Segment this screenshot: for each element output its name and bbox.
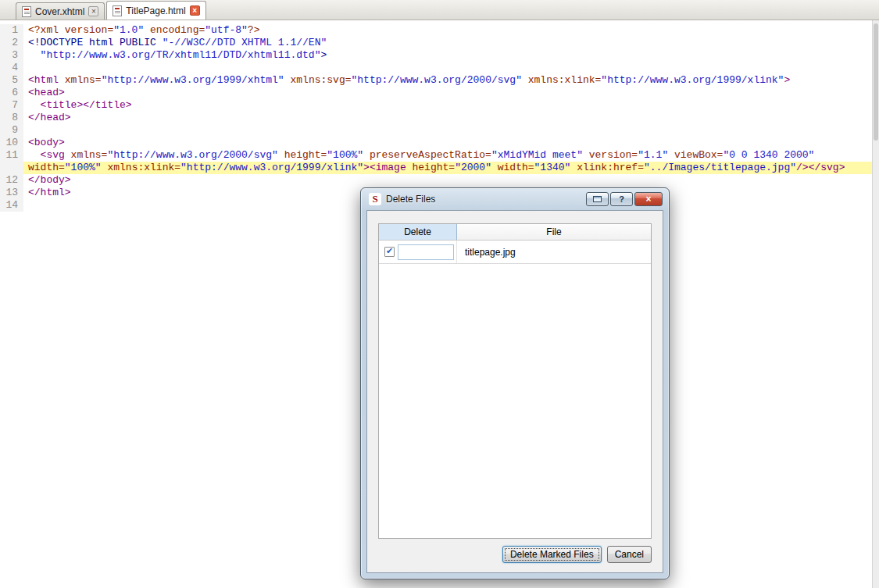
- close-tab-icon[interactable]: ×: [190, 5, 200, 16]
- tab-cover-xhtml[interactable]: Cover.xhtml ×: [16, 2, 105, 20]
- close-tab-icon[interactable]: ×: [88, 6, 98, 16]
- delete-marked-files-button[interactable]: Delete Marked Files: [502, 546, 602, 563]
- html-document-icon: [22, 6, 31, 17]
- code-line[interactable]: 5<html xmlns="http://www.w3.org/1999/xht…: [0, 74, 872, 87]
- code-line[interactable]: 2<!DOCTYPE html PUBLIC "-//W3C//DTD XHTM…: [0, 37, 872, 49]
- line-number: 10: [0, 137, 23, 149]
- column-header-delete[interactable]: Delete: [379, 224, 457, 240]
- line-number: 13: [0, 187, 23, 199]
- code-line[interactable]: 8</head>: [0, 112, 872, 124]
- code-line[interactable]: 1<?xml version="1.0" encoding="utf-8"?>: [0, 24, 872, 37]
- checkmark-icon: ✔: [386, 247, 393, 255]
- line-number: 14: [0, 199, 23, 212]
- line-number: [0, 162, 23, 174]
- html-document-icon: [113, 5, 122, 16]
- column-header-file[interactable]: File: [457, 224, 651, 240]
- code-line[interactable]: 4: [0, 62, 872, 74]
- code-line[interactable]: 9: [0, 124, 872, 137]
- line-number: 8: [0, 112, 23, 124]
- line-number: 7: [0, 99, 23, 112]
- dialog-body: Delete File ✔ titlepage.jpg Delete Marke…: [366, 210, 663, 573]
- tab-label: Cover.xhtml: [35, 6, 84, 17]
- tab-label: TitlePage.html: [126, 5, 185, 16]
- delete-cell: ✔: [379, 241, 457, 263]
- code-line[interactable]: width="100%" xmlns:xlink="http://www.w3.…: [0, 162, 872, 174]
- delete-checkbox[interactable]: ✔: [384, 247, 395, 257]
- files-table: Delete File ✔ titlepage.jpg: [378, 223, 652, 539]
- line-number: 5: [0, 74, 23, 87]
- sigil-window: Cover.xhtml × TitlePage.html × 1<?xml ve…: [0, 0, 879, 588]
- line-number: 12: [0, 174, 23, 187]
- code-line[interactable]: 11 <svg xmlns="http://www.w3.org/2000/sv…: [0, 149, 872, 162]
- code-line[interactable]: 10<body>: [0, 137, 872, 149]
- file-name: titlepage.jpg: [457, 241, 651, 263]
- table-header: Delete File: [379, 224, 651, 241]
- vertical-scrollbar[interactable]: [872, 20, 879, 588]
- code-line[interactable]: 7 <title></title>: [0, 99, 872, 112]
- sigil-logo-icon: S: [369, 193, 381, 205]
- close-button[interactable]: ×: [634, 192, 663, 206]
- dialog-titlebar[interactable]: S Delete Files ? ×: [361, 188, 669, 210]
- code-lines: 1<?xml version="1.0" encoding="utf-8"?>2…: [0, 24, 872, 212]
- code-line[interactable]: 3 "http://www.w3.org/TR/xhtml11/DTD/xhtm…: [0, 49, 872, 62]
- dialog-buttons: Delete Marked Files Cancel: [502, 546, 652, 563]
- window-icon: [593, 196, 602, 202]
- delete-files-dialog: S Delete Files ? × Delete File ✔: [360, 187, 670, 579]
- scrollbar-thumb[interactable]: [874, 23, 878, 141]
- toolbar-button[interactable]: [586, 192, 609, 206]
- dialog-title: Delete Files: [386, 194, 435, 205]
- line-number: 2: [0, 37, 23, 49]
- help-button[interactable]: ?: [610, 192, 633, 206]
- line-number: 9: [0, 124, 23, 137]
- line-number: 11: [0, 149, 23, 162]
- caption-buttons: ? ×: [586, 192, 663, 206]
- code-line[interactable]: 12</body>: [0, 174, 872, 187]
- code-line[interactable]: 6<head>: [0, 87, 872, 99]
- tab-bar: Cover.xhtml × TitlePage.html ×: [0, 0, 879, 20]
- line-number: 1: [0, 24, 23, 37]
- cell-editor-box[interactable]: [398, 244, 454, 260]
- table-row[interactable]: ✔ titlepage.jpg: [379, 241, 651, 264]
- cancel-button[interactable]: Cancel: [607, 546, 652, 563]
- line-number: 4: [0, 62, 23, 74]
- line-number: 3: [0, 49, 23, 62]
- tab-titlepage-html[interactable]: TitlePage.html ×: [106, 1, 205, 20]
- line-number: 6: [0, 87, 23, 99]
